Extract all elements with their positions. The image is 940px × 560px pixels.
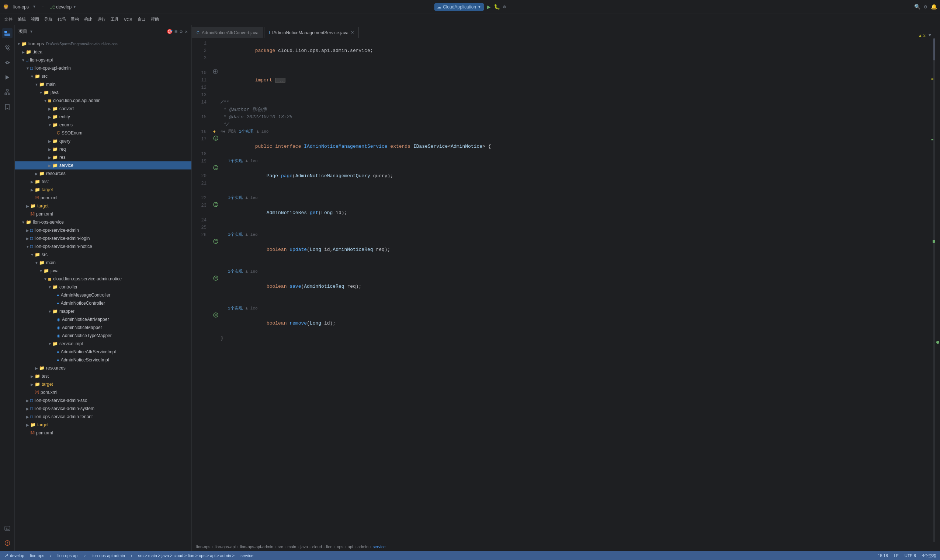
breadcrumb-admin[interactable]: admin [357,545,368,549]
tree-item-service-admin[interactable]: ▶ □ lion-ops-service-admin [15,226,191,234]
breadcrumb-java[interactable]: java [301,545,308,549]
tree-item-convert[interactable]: ▶ 📁 convert [15,105,191,113]
tree-item-entity[interactable]: ▶ 📁 entity [15,113,191,121]
status-path-1[interactable]: lion-ops [30,553,45,558]
file-tree-dropdown-arrow[interactable]: ▼ [29,29,33,34]
tree-item-main[interactable]: ▼ 📁 main [15,80,191,88]
tab-IAdminNoticeManagementService[interactable]: I IAdminNoticeManagementService.java ✕ [264,27,359,38]
breadcrumb-service[interactable]: service [373,545,386,549]
hint-remove[interactable]: 1个实现 ♟ leo [221,305,258,312]
tree-item-req[interactable]: ▶ 📁 req [15,145,191,153]
tree-item-lion-ops-api[interactable]: ▼ □ lion-ops-api [15,56,191,64]
tree-item-AdminNoticeController[interactable]: ● AdminNoticeController [15,299,191,307]
project-sidebar-icon[interactable] [2,28,12,38]
breadcrumb-lion-ops-api-admin[interactable]: lion-ops-api-admin [240,545,274,549]
toolbar-edit[interactable]: 编辑 [15,16,28,23]
terminal-sidebar-icon[interactable] [2,523,12,534]
tree-item-package-admin[interactable]: ▼ ◼ cloud.lion.ops.api.admin [15,97,191,105]
tree-item-controller-folder[interactable]: ▼ 📁 controller [15,283,191,291]
tree-item-AdminMessageController[interactable]: ● AdminMessageController [15,291,191,299]
problems-sidebar-icon[interactable] [2,538,12,548]
toolbar-window[interactable]: 窗口 [135,16,148,23]
project-dropdown-arrow[interactable]: ▼ [33,5,36,9]
tree-item-service-impl-folder[interactable]: ▼ 📁 service.impl [15,340,191,348]
tree-item-main-notice[interactable]: ▼ 📁 main [15,258,191,267]
breadcrumb-lion-ops-api[interactable]: lion-ops-api [215,545,236,549]
tree-item-src-notice[interactable]: ▼ 📁 src [15,251,191,258]
git-sidebar-icon[interactable] [2,43,12,53]
tree-item-pom-service[interactable]: 𝕄 pom.xml [15,429,191,437]
tree-item-SSOEnum[interactable]: C SSOEnum [15,129,191,137]
breadcrumb-main[interactable]: main [287,545,296,549]
breadcrumb-lion[interactable]: lion [326,545,333,549]
commit-sidebar-icon[interactable] [2,57,12,68]
tree-item-query[interactable]: ▶ 📁 query [15,137,191,145]
tree-settings-icon[interactable]: ⚙ [180,29,182,35]
status-indent[interactable]: 4个空格 [922,553,936,558]
status-line-ending[interactable]: LF [894,553,899,558]
tree-item-java[interactable]: ▼ 📁 java [15,88,191,97]
tree-item-mapper-folder[interactable]: ▼ 📁 mapper [15,307,191,315]
status-path-3[interactable]: lion-ops-api-admin [91,553,125,558]
project-dropdown[interactable]: lion-ops [13,5,29,9]
toolbar-help[interactable]: 帮助 [149,16,161,23]
sync-tree-icon[interactable]: 🎯 [167,29,173,35]
hint-get[interactable]: 1个实现 ♟ leo [221,194,258,201]
run-button[interactable]: ▶ [487,3,491,11]
tab-close-icon[interactable]: ✕ [351,30,354,35]
toolbar-refactor[interactable]: 重构 [69,16,81,23]
tree-item-src[interactable]: ▼ 📁 src [15,72,191,80]
tree-item-lion-ops[interactable]: ▼ 📁 lion-ops D:\WorkSpace\Programs\lion-… [15,40,191,48]
tree-item-target-service[interactable]: ▶ 📁 target [15,421,191,429]
toolbar-run[interactable]: 运行 [95,16,108,23]
toolbar-view[interactable]: 视图 [29,16,41,23]
tree-item-lion-ops-api-admin[interactable]: ▼ □ lion-ops-api-admin [15,64,191,72]
tree-item-service-admin-system[interactable]: ▶ □ lion-ops-service-admin-system [15,405,191,412]
tree-item-resources-notice[interactable]: ▶ 📁 resources [15,364,191,372]
tree-item-resources[interactable]: ▶ 📁 resources [15,169,191,178]
status-branch[interactable]: ⎇ develop [4,553,24,558]
breadcrumb-ops[interactable]: ops [337,545,343,549]
collapse-all-icon[interactable]: ⊟ [175,29,178,35]
branch-name[interactable]: ⎇ develop ▼ [50,5,76,9]
tree-item-service-admin-tenant[interactable]: ▶ □ lion-ops-service-admin-tenant [15,412,191,421]
code-area[interactable]: package cloud.lion.ops.api.admin.service… [210,38,930,542]
bookmark-sidebar-icon[interactable] [2,102,12,112]
breadcrumb-src[interactable]: src [278,545,283,549]
toolbar-file[interactable]: 文件 [2,16,15,23]
notifications-button[interactable]: 🔔 [931,4,937,10]
status-cursor-position[interactable]: 15:18 [878,553,888,558]
tree-item-test[interactable]: ▶ 📁 test [15,178,191,186]
tree-item-AdminNoticeAttrMapper[interactable]: ◉ AdminNoticeAttrMapper [15,315,191,323]
debug-button[interactable]: 🐛 [494,4,500,10]
tree-item-AdminNoticeServiceImpl[interactable]: ● AdminNoticeServiceImpl [15,356,191,364]
hint-update[interactable]: 1个实现 ♟ leo [221,231,258,238]
tree-item-package-notice[interactable]: ▼ ◼ cloud.lion.ops.service.admin.notice [15,275,191,283]
tree-item-lion-ops-service[interactable]: ▼ 📁 lion-ops-service [15,218,191,226]
hint-save[interactable]: 1个实现 ♟ leo [221,268,258,275]
tree-item-pom-notice[interactable]: 𝕄 pom.xml [15,388,191,397]
toolbar-build[interactable]: 构建 [82,16,94,23]
toolbar-code[interactable]: 代码 [55,16,68,23]
file-tree-body[interactable]: ▼ 📁 lion-ops D:\WorkSpace\Programs\lion-… [15,38,191,551]
tree-item-target-api[interactable]: ▶ 📁 target [15,202,191,210]
cloud-app-button[interactable]: ☁ CloudApplication ▼ [434,3,484,11]
search-button[interactable]: 🔍 [914,4,920,10]
tree-item-pom-api-admin[interactable]: 𝕄 pom.xml [15,194,191,202]
breadcrumb-cloud[interactable]: cloud [312,545,322,549]
tab-AdminNoticeAttrConvert[interactable]: C AdminNoticeAttrConvert.java [192,27,263,38]
tree-item-AdminNoticeMapper[interactable]: ◉ AdminNoticeMapper [15,323,191,332]
breadcrumb-api[interactable]: api [348,545,353,549]
status-service[interactable]: service [241,553,253,558]
tree-item-java-notice[interactable]: ▼ 📁 java [15,267,191,275]
editor-settings-icon[interactable]: ▼ [929,33,931,38]
tree-item-res[interactable]: ▶ 📁 res [15,153,191,162]
tree-item-AdminNoticeAttrServiceImpl[interactable]: ● AdminNoticeAttrServiceImpl [15,348,191,356]
tree-item-target-api-admin[interactable]: ▶ 📁 target [15,186,191,194]
tree-item-service-admin-notice[interactable]: ▼ □ lion-ops-service-admin-notice [15,242,191,251]
coverage-button[interactable]: ⊕ [503,4,506,10]
toolbar-tools[interactable]: 工具 [108,16,121,23]
hint-page[interactable]: 1个实现 ♟ leo [221,158,258,164]
toolbar-vcs[interactable]: VCS [122,17,134,23]
tree-item-target-notice[interactable]: ▶ 📁 target [15,380,191,388]
